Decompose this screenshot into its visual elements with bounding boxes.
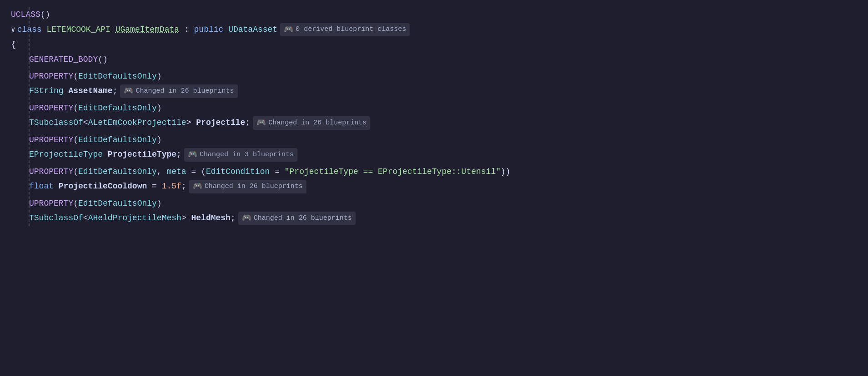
code-token-macro-param: EditDefaultsOnly [78,102,157,115]
blueprint-badge[interactable]: 🎮Changed in 26 blueprints [120,84,237,98]
code-token-punctuation: ) [157,102,162,115]
gamepad-icon: 🎮 [193,180,202,193]
code-token-semicolon: ; [181,180,186,193]
code-token-string-val: "ProjectileType == EProjectileType::Uten… [285,165,501,178]
code-line-uproperty5: UPROPERTY(EditDefaultsOnly) [11,196,857,211]
code-token-template-content: AHeldProjectileMesh [88,212,181,225]
code-editor: UCLASS()∨class LETEMCOOK_API UGameItemDa… [11,7,857,226]
code-token-kw-class: class [17,23,47,36]
blueprint-badge[interactable]: 🎮Changed in 26 blueprints [238,212,356,225]
blueprint-badge[interactable]: 🎮Changed in 26 blueprints [253,116,370,129]
blueprint-badge[interactable]: 🎮0 derived blueprint classes [280,23,410,36]
code-token-punctuation: ( [73,102,78,115]
code-token-semicolon: ; [245,116,250,129]
code-line-generated-body: GENERATED_BODY() [11,52,857,67]
code-token-var-name: HeldMesh [191,212,230,225]
code-line-float-cooldown: float ProjectileCooldown = 1.5f;🎮Changed… [11,179,857,194]
code-token-brace: { [11,38,16,51]
indent-guide [29,7,30,226]
code-token-punctuation: > [181,212,191,225]
code-token-uclass: GENERATED_BODY [29,53,98,66]
code-token-punctuation: () [98,53,108,66]
code-token-macro-param: EditDefaultsOnly [78,197,157,210]
code-line-tsubclass2: TSubclassOf<AHeldProjectileMesh> HeldMes… [11,211,857,226]
code-token-var-name: ProjectileCooldown [59,180,147,193]
blueprint-badge[interactable]: 🎮Changed in 26 blueprints [189,180,306,193]
code-token-uclass: UPROPERTY [29,70,73,83]
code-token-punctuation: = ( [186,165,206,178]
code-token-punctuation: < [83,212,88,225]
code-line-tsubclass1: TSubclassOf<ALetEmCookProjectile> Projec… [11,115,857,130]
gamepad-icon: 🎮 [284,24,293,36]
code-line-fstring: FString AssetName;🎮Changed in 26 bluepri… [11,84,857,99]
code-token-punctuation: ( [73,197,78,210]
code-token-macro-param: EditDefaultsOnly [78,165,157,178]
code-token-punctuation: ( [73,134,78,147]
code-token-uclass: UPROPERTY [29,165,73,178]
code-token-number-val: 1.5f [162,180,181,193]
gamepad-icon: 🎮 [188,148,197,161]
blueprint-badge-text: Changed in 26 blueprints [268,118,366,129]
code-token-semicolon: ; [113,84,118,98]
code-token-macro-param: EditCondition [206,165,270,178]
code-token-punctuation: ) [157,70,162,83]
code-token-punctuation: , [157,165,167,178]
code-token-uclass: UPROPERTY [29,197,73,210]
code-token-template-content: ALetEmCookProjectile [88,116,186,129]
code-token-class-name-api: LETEMCOOK_API [46,23,115,36]
code-line-uproperty3: UPROPERTY(EditDefaultsOnly) [11,133,857,148]
code-token-var-name: ProjectileType [108,148,176,161]
code-token-class-name: UGameItemData [115,23,179,36]
blueprint-badge[interactable]: 🎮Changed in 3 blueprints [184,148,297,161]
blueprint-badge-text: Changed in 3 blueprints [200,149,294,160]
code-token-semicolon: ; [231,212,236,225]
code-token-macro-param: EditDefaultsOnly [78,70,157,83]
code-line-uproperty2: UPROPERTY(EditDefaultsOnly) [11,101,857,116]
code-token-type-name: EProjectileType [29,148,108,161]
code-token-punctuation: ( [73,165,78,178]
code-token-punctuation: () [40,8,50,21]
code-line-uclass: UCLASS() [11,7,857,22]
gamepad-icon: 🎮 [256,117,266,129]
collapse-chevron[interactable]: ∨ [11,25,15,36]
blueprint-badge-text: Changed in 26 blueprints [254,213,352,224]
code-token-uclass: UCLASS [11,8,40,21]
code-token-type-name: TSubclassOf [29,212,83,225]
code-token-kw-public: public [194,23,229,36]
code-token-kw-float: float [29,180,59,193]
code-token-operator: = [147,180,161,193]
code-token-punctuation: : [179,23,194,36]
code-token-punctuation: > [186,116,196,129]
code-line-uproperty1: UPROPERTY(EditDefaultsOnly) [11,69,857,84]
code-token-semicolon: ; [176,148,181,161]
code-token-punctuation: ) [157,134,162,147]
blueprint-badge-text: Changed in 26 blueprints [135,86,234,97]
code-token-punctuation: = [270,165,284,178]
code-token-macro-param: meta [166,165,186,178]
code-line-open-brace: { [11,37,857,52]
code-token-punctuation: )) [501,165,511,178]
code-token-type-name: TSubclassOf [29,116,83,129]
code-token-type-name: FString [29,84,68,98]
code-token-var-name: AssetName [68,84,112,98]
code-token-var-name: Projectile [196,116,245,129]
code-token-punctuation: < [83,116,88,129]
gamepad-icon: 🎮 [242,212,251,224]
code-line-class-decl: ∨class LETEMCOOK_API UGameItemData : pub… [11,22,857,37]
code-token-macro-param: EditDefaultsOnly [78,134,157,147]
gamepad-icon: 🎮 [124,85,133,97]
blueprint-badge-text: Changed in 26 blueprints [205,181,303,192]
blueprint-badge-text: 0 derived blueprint classes [296,24,406,35]
code-token-punctuation: ) [157,197,162,210]
code-token-punctuation: ( [73,70,78,83]
code-line-uproperty4: UPROPERTY(EditDefaultsOnly, meta = (Edit… [11,164,857,179]
code-token-uclass: UPROPERTY [29,102,73,115]
code-token-class-base: UDataAsset [228,23,277,36]
code-token-uclass: UPROPERTY [29,134,73,147]
code-line-eprojectiletype: EProjectileType ProjectileType;🎮Changed … [11,147,857,162]
